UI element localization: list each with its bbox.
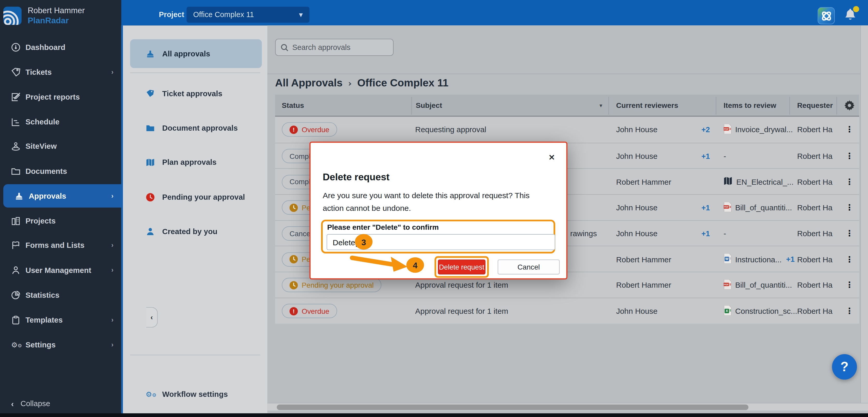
approval-stamp-icon (14, 191, 24, 200)
items-cell[interactable]: PDF Bill_of_quantiti... (723, 195, 801, 221)
panel-divider (130, 355, 260, 355)
items-cell[interactable]: PDF Invoice_drywal... (723, 117, 801, 142)
table-settings-gear-icon[interactable] (844, 95, 855, 116)
ticket-tag-icon (11, 67, 21, 76)
panel-item-all-approvals[interactable]: All approvals (123, 43, 269, 65)
horizontal-scrollbar-track[interactable] (267, 403, 868, 411)
table-row[interactable]: !Overdue Requesting approval John House … (275, 117, 859, 142)
sidebar-item-project-reports[interactable]: Project reports (0, 86, 121, 108)
subject-cell: Requesting approval (415, 117, 609, 142)
sidebar-item-tickets[interactable]: Tickets › (0, 61, 121, 83)
annotation-arrow (330, 248, 418, 276)
panel-item-workflow-settings[interactable]: ⚙⚙ Workflow settings (123, 383, 269, 405)
requester-cell: Robert Ha (797, 117, 836, 142)
brand-name: PlanRadar (28, 15, 69, 25)
vertical-scrollbar-track[interactable] (860, 25, 868, 403)
row-kebab-menu[interactable]: ⋮ (840, 143, 859, 169)
more-reviewers-link[interactable]: +1 (701, 221, 710, 247)
row-kebab-menu[interactable]: ⋮ (840, 272, 859, 298)
cancel-button[interactable]: Cancel (498, 259, 560, 275)
items-cell[interactable]: W Instructiona... +1 (723, 247, 801, 272)
items-cell[interactable]: EN_Electrical_... (723, 169, 801, 195)
search-placeholder: Search approvals (292, 43, 350, 52)
row-kebab-menu[interactable]: ⋮ (840, 169, 859, 195)
horizontal-scrollbar-thumb[interactable] (277, 405, 748, 410)
flag-icon (11, 240, 21, 250)
excel-file-icon: X (723, 305, 732, 317)
panel-item-created-by-you[interactable]: Created by you (123, 220, 269, 243)
more-reviewers-link[interactable]: +2 (701, 117, 710, 142)
sidebar-item-documents[interactable]: Documents (0, 160, 121, 182)
requester-cell: Robert Ha (797, 247, 836, 272)
sidebar-item-dashboard[interactable]: Dashboard (0, 36, 121, 58)
items-cell[interactable]: X Construction_sc... (723, 298, 801, 324)
requester-cell: Robert Ha (797, 169, 836, 195)
more-reviewers-link[interactable]: +1 (701, 143, 710, 169)
svg-text:!: ! (293, 127, 294, 133)
clipboard-icon (11, 315, 21, 324)
column-header-reviewers[interactable]: Current reviewers (616, 95, 678, 116)
workflow-gears-icon: ⚙⚙ (146, 389, 155, 398)
project-dropdown[interactable]: Office Complex 11 ▼ (187, 7, 310, 23)
sidebar-item-approvals[interactable]: Approvals › (3, 184, 121, 207)
svg-text:PDF: PDF (724, 127, 729, 130)
column-header-subject[interactable]: Subject (415, 95, 442, 116)
panel-item-ticket-approvals[interactable]: Ticket approvals (123, 83, 269, 105)
search-icon (281, 43, 288, 51)
more-reviewers-link[interactable]: +1 (701, 195, 710, 221)
row-kebab-menu[interactable]: ⋮ (840, 117, 859, 142)
breadcrumb-root[interactable]: All Approvals (275, 77, 342, 89)
sidebar-item-statistics[interactable]: Statistics (0, 284, 121, 306)
annotation-step-3-badge: 3 (355, 234, 372, 250)
annotation-step-4-badge: 4 (406, 257, 424, 273)
sidebar-item-forms-and-lists[interactable]: Forms and Lists › (0, 234, 121, 256)
panel-item-plan-approvals[interactable]: Plan approvals (123, 151, 269, 173)
requester-cell: Robert Ha (797, 195, 836, 221)
status-badge: !Overdue (282, 304, 337, 318)
more-items-link[interactable]: +1 (786, 255, 795, 264)
map-icon (146, 158, 155, 167)
project-label: Project (159, 7, 184, 22)
approvals-panel: All approvals Ticket approvals Document … (121, 25, 267, 413)
delete-request-button[interactable]: Delete request (438, 259, 486, 275)
sidebar-item-schedule[interactable]: Schedule (0, 111, 121, 133)
column-header-items[interactable]: Items to review (723, 95, 776, 116)
panel-divider (130, 72, 260, 73)
sidebar-item-templates[interactable]: Templates › (0, 309, 121, 331)
row-kebab-menu[interactable]: ⋮ (840, 195, 859, 221)
sidebar-item-user-management[interactable]: User Management › (0, 259, 121, 281)
row-kebab-menu[interactable]: ⋮ (840, 247, 859, 272)
row-kebab-menu[interactable]: ⋮ (840, 298, 859, 324)
search-approvals-input[interactable]: Search approvals (275, 39, 394, 56)
sort-caret-icon[interactable]: ▾ (600, 95, 602, 116)
items-cell[interactable]: PDF Bill_of_quantiti... (723, 272, 801, 298)
row-kebab-menu[interactable]: ⋮ (840, 221, 859, 247)
plan-map-icon (723, 177, 733, 187)
pending-clock-icon (289, 255, 298, 264)
sidebar-collapse-button[interactable]: ‹ Collapse (0, 392, 121, 415)
sidebar-item-siteview[interactable]: SiteView (0, 135, 121, 157)
sidebar-item-projects[interactable]: Projects (0, 210, 121, 232)
pdf-file-icon: PDF (723, 124, 732, 135)
notification-badge-dot (853, 6, 859, 12)
table-row[interactable]: !Overdue Approval request for 1 item Joh… (275, 297, 859, 323)
status-badge: !Overdue (282, 122, 337, 137)
svg-text:W: W (725, 257, 728, 261)
pdf-file-icon: PDF (723, 279, 732, 291)
help-button[interactable]: ? (832, 354, 857, 380)
close-icon[interactable]: × (548, 153, 555, 162)
schedule-gantt-icon (11, 117, 21, 126)
breadcrumb-current: Office Complex 11 (357, 77, 448, 89)
column-header-requester[interactable]: Requester (797, 95, 835, 116)
breadcrumb: All Approvals › Office Complex 11 (275, 77, 448, 89)
requester-cell: Robert Ha (797, 272, 836, 298)
column-header-status[interactable]: Status (282, 95, 304, 116)
folder-icon (146, 123, 155, 132)
pending-clock-icon (289, 203, 298, 212)
panel-collapse-tab[interactable]: ‹ (146, 307, 158, 327)
sidebar-item-settings[interactable]: ⚙⚙ Settings › (0, 334, 121, 356)
report-icon (11, 92, 21, 101)
panel-item-pending-your-approval[interactable]: Pending your approval (123, 186, 269, 208)
app-switcher-icon[interactable] (817, 7, 835, 24)
panel-item-document-approvals[interactable]: Document approvals (123, 117, 269, 139)
